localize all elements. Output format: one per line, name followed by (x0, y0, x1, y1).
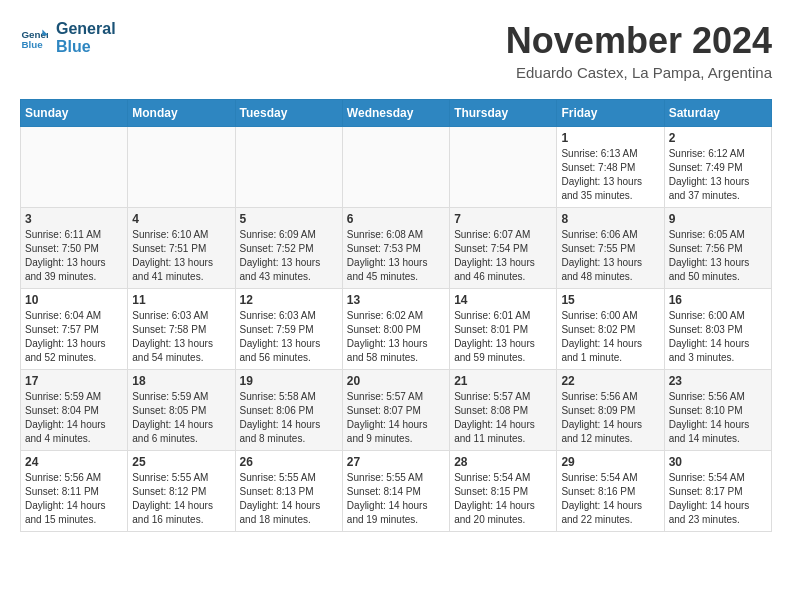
calendar-cell: 24Sunrise: 5:56 AM Sunset: 8:11 PM Dayli… (21, 451, 128, 532)
calendar-cell: 11Sunrise: 6:03 AM Sunset: 7:58 PM Dayli… (128, 289, 235, 370)
day-number: 4 (132, 212, 230, 226)
day-number: 6 (347, 212, 445, 226)
day-number: 8 (561, 212, 659, 226)
calendar-cell: 6Sunrise: 6:08 AM Sunset: 7:53 PM Daylig… (342, 208, 449, 289)
day-of-week-header: Sunday (21, 100, 128, 127)
calendar-table: SundayMondayTuesdayWednesdayThursdayFrid… (20, 99, 772, 532)
calendar-cell: 15Sunrise: 6:00 AM Sunset: 8:02 PM Dayli… (557, 289, 664, 370)
day-number: 20 (347, 374, 445, 388)
day-info: Sunrise: 5:56 AM Sunset: 8:09 PM Dayligh… (561, 390, 659, 446)
day-of-week-header: Monday (128, 100, 235, 127)
calendar-cell: 4Sunrise: 6:10 AM Sunset: 7:51 PM Daylig… (128, 208, 235, 289)
calendar-cell: 23Sunrise: 5:56 AM Sunset: 8:10 PM Dayli… (664, 370, 771, 451)
day-of-week-header: Tuesday (235, 100, 342, 127)
day-number: 27 (347, 455, 445, 469)
month-title: November 2024 (506, 20, 772, 62)
day-info: Sunrise: 6:03 AM Sunset: 7:58 PM Dayligh… (132, 309, 230, 365)
calendar-cell (21, 127, 128, 208)
day-info: Sunrise: 5:59 AM Sunset: 8:05 PM Dayligh… (132, 390, 230, 446)
day-number: 13 (347, 293, 445, 307)
day-info: Sunrise: 6:01 AM Sunset: 8:01 PM Dayligh… (454, 309, 552, 365)
calendar-cell (450, 127, 557, 208)
day-info: Sunrise: 6:04 AM Sunset: 7:57 PM Dayligh… (25, 309, 123, 365)
day-of-week-header: Wednesday (342, 100, 449, 127)
day-info: Sunrise: 6:07 AM Sunset: 7:54 PM Dayligh… (454, 228, 552, 284)
calendar-cell: 27Sunrise: 5:55 AM Sunset: 8:14 PM Dayli… (342, 451, 449, 532)
day-info: Sunrise: 5:57 AM Sunset: 8:08 PM Dayligh… (454, 390, 552, 446)
calendar-cell: 22Sunrise: 5:56 AM Sunset: 8:09 PM Dayli… (557, 370, 664, 451)
day-info: Sunrise: 6:00 AM Sunset: 8:03 PM Dayligh… (669, 309, 767, 365)
logo: General Blue General Blue (20, 20, 116, 55)
day-number: 25 (132, 455, 230, 469)
day-number: 3 (25, 212, 123, 226)
day-number: 17 (25, 374, 123, 388)
calendar-cell: 18Sunrise: 5:59 AM Sunset: 8:05 PM Dayli… (128, 370, 235, 451)
day-number: 9 (669, 212, 767, 226)
day-info: Sunrise: 6:06 AM Sunset: 7:55 PM Dayligh… (561, 228, 659, 284)
day-of-week-header: Thursday (450, 100, 557, 127)
day-info: Sunrise: 6:05 AM Sunset: 7:56 PM Dayligh… (669, 228, 767, 284)
day-number: 10 (25, 293, 123, 307)
day-info: Sunrise: 5:58 AM Sunset: 8:06 PM Dayligh… (240, 390, 338, 446)
calendar-cell: 20Sunrise: 5:57 AM Sunset: 8:07 PM Dayli… (342, 370, 449, 451)
calendar-cell (235, 127, 342, 208)
calendar-cell: 26Sunrise: 5:55 AM Sunset: 8:13 PM Dayli… (235, 451, 342, 532)
calendar-cell: 10Sunrise: 6:04 AM Sunset: 7:57 PM Dayli… (21, 289, 128, 370)
day-info: Sunrise: 5:56 AM Sunset: 8:11 PM Dayligh… (25, 471, 123, 527)
svg-text:Blue: Blue (21, 38, 43, 49)
day-of-week-header: Friday (557, 100, 664, 127)
day-info: Sunrise: 6:13 AM Sunset: 7:48 PM Dayligh… (561, 147, 659, 203)
calendar-cell: 1Sunrise: 6:13 AM Sunset: 7:48 PM Daylig… (557, 127, 664, 208)
calendar-cell: 14Sunrise: 6:01 AM Sunset: 8:01 PM Dayli… (450, 289, 557, 370)
day-number: 30 (669, 455, 767, 469)
calendar-cell (128, 127, 235, 208)
day-number: 19 (240, 374, 338, 388)
day-info: Sunrise: 6:02 AM Sunset: 8:00 PM Dayligh… (347, 309, 445, 365)
day-info: Sunrise: 5:55 AM Sunset: 8:14 PM Dayligh… (347, 471, 445, 527)
calendar-cell: 13Sunrise: 6:02 AM Sunset: 8:00 PM Dayli… (342, 289, 449, 370)
calendar-cell: 30Sunrise: 5:54 AM Sunset: 8:17 PM Dayli… (664, 451, 771, 532)
day-number: 11 (132, 293, 230, 307)
day-info: Sunrise: 6:12 AM Sunset: 7:49 PM Dayligh… (669, 147, 767, 203)
day-number: 12 (240, 293, 338, 307)
calendar-cell: 12Sunrise: 6:03 AM Sunset: 7:59 PM Dayli… (235, 289, 342, 370)
day-info: Sunrise: 6:09 AM Sunset: 7:52 PM Dayligh… (240, 228, 338, 284)
day-info: Sunrise: 6:10 AM Sunset: 7:51 PM Dayligh… (132, 228, 230, 284)
day-number: 14 (454, 293, 552, 307)
calendar-cell: 5Sunrise: 6:09 AM Sunset: 7:52 PM Daylig… (235, 208, 342, 289)
calendar-cell: 19Sunrise: 5:58 AM Sunset: 8:06 PM Dayli… (235, 370, 342, 451)
calendar-cell: 8Sunrise: 6:06 AM Sunset: 7:55 PM Daylig… (557, 208, 664, 289)
day-info: Sunrise: 5:55 AM Sunset: 8:12 PM Dayligh… (132, 471, 230, 527)
logo-text-line2: Blue (56, 38, 116, 56)
day-number: 18 (132, 374, 230, 388)
calendar-cell (342, 127, 449, 208)
day-number: 16 (669, 293, 767, 307)
day-number: 22 (561, 374, 659, 388)
day-number: 15 (561, 293, 659, 307)
calendar-cell: 9Sunrise: 6:05 AM Sunset: 7:56 PM Daylig… (664, 208, 771, 289)
day-info: Sunrise: 6:03 AM Sunset: 7:59 PM Dayligh… (240, 309, 338, 365)
calendar-cell: 16Sunrise: 6:00 AM Sunset: 8:03 PM Dayli… (664, 289, 771, 370)
day-number: 2 (669, 131, 767, 145)
calendar-cell: 25Sunrise: 5:55 AM Sunset: 8:12 PM Dayli… (128, 451, 235, 532)
day-info: Sunrise: 5:54 AM Sunset: 8:15 PM Dayligh… (454, 471, 552, 527)
day-number: 1 (561, 131, 659, 145)
logo-icon: General Blue (20, 24, 48, 52)
calendar-cell: 29Sunrise: 5:54 AM Sunset: 8:16 PM Dayli… (557, 451, 664, 532)
day-number: 21 (454, 374, 552, 388)
day-info: Sunrise: 6:00 AM Sunset: 8:02 PM Dayligh… (561, 309, 659, 365)
day-number: 23 (669, 374, 767, 388)
calendar-cell: 7Sunrise: 6:07 AM Sunset: 7:54 PM Daylig… (450, 208, 557, 289)
day-info: Sunrise: 6:08 AM Sunset: 7:53 PM Dayligh… (347, 228, 445, 284)
day-number: 7 (454, 212, 552, 226)
calendar-cell: 21Sunrise: 5:57 AM Sunset: 8:08 PM Dayli… (450, 370, 557, 451)
day-info: Sunrise: 5:54 AM Sunset: 8:17 PM Dayligh… (669, 471, 767, 527)
day-number: 26 (240, 455, 338, 469)
day-info: Sunrise: 6:11 AM Sunset: 7:50 PM Dayligh… (25, 228, 123, 284)
day-info: Sunrise: 5:57 AM Sunset: 8:07 PM Dayligh… (347, 390, 445, 446)
day-of-week-header: Saturday (664, 100, 771, 127)
day-info: Sunrise: 5:56 AM Sunset: 8:10 PM Dayligh… (669, 390, 767, 446)
day-number: 28 (454, 455, 552, 469)
day-number: 5 (240, 212, 338, 226)
day-number: 24 (25, 455, 123, 469)
